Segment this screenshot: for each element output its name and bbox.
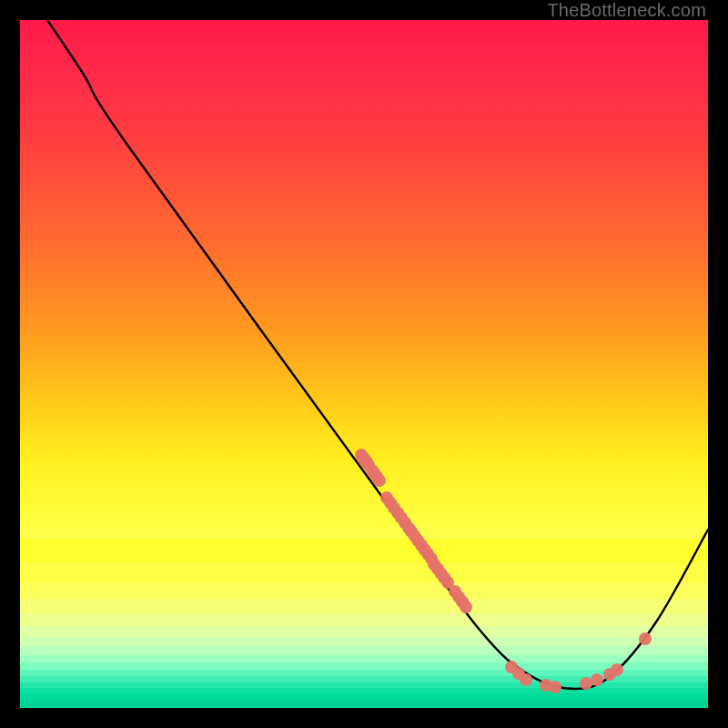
bottleneck-curve <box>47 20 708 689</box>
data-marker <box>591 673 603 686</box>
data-marker <box>549 681 561 693</box>
data-marker <box>520 673 532 686</box>
data-marker <box>639 632 652 645</box>
data-marker <box>373 474 386 487</box>
chart-frame <box>20 20 708 708</box>
data-marker <box>580 677 592 690</box>
data-marker <box>611 663 623 676</box>
chart-svg <box>20 20 708 708</box>
data-marker <box>460 601 472 613</box>
watermark-text: TheBottleneck.com <box>547 0 706 21</box>
